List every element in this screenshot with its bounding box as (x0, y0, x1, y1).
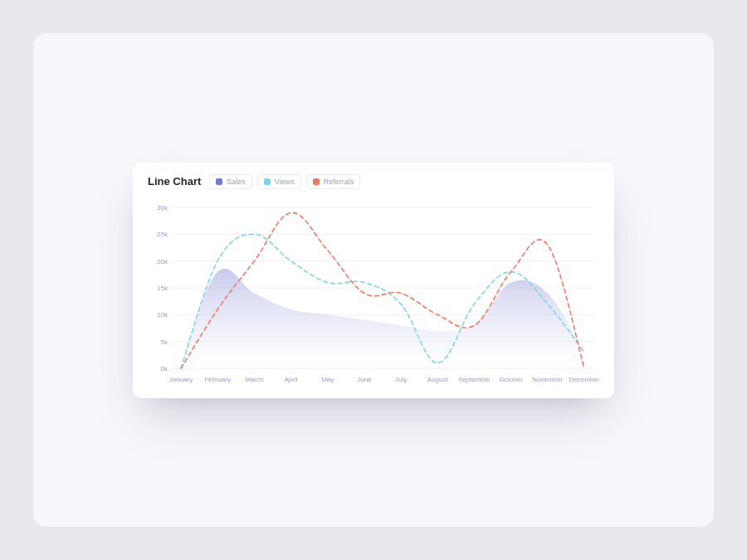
y-tick-label: 10k (157, 311, 168, 319)
series-sales-area (181, 268, 584, 368)
legend-label: Referrals (324, 178, 354, 186)
swatch-referrals-icon (313, 178, 320, 185)
y-tick-label: 30k (157, 204, 168, 212)
chart-title: Line Chart (148, 175, 201, 187)
x-tick-label: July (395, 376, 407, 383)
x-tick-label: December (569, 376, 600, 383)
y-tick-label: 0k (161, 365, 168, 373)
x-tick-label: April (285, 376, 298, 383)
y-tick-label: 15k (157, 285, 168, 292)
x-tick-label: August (427, 376, 449, 383)
card-header: Line Chart Sales Views Referrals (133, 174, 614, 192)
legend-item-views[interactable]: Views (257, 174, 301, 189)
y-tick-label: 20k (157, 257, 168, 265)
y-tick-label: 25k (157, 231, 168, 238)
x-tick-label: October (499, 376, 523, 383)
x-tick-label: January (169, 376, 193, 383)
chart-plot: 0k5k10k15k20k25k30k JanuaryFebruaryMarch… (133, 192, 614, 390)
swatch-sales-icon (216, 178, 222, 185)
legend-item-sales[interactable]: Sales (209, 174, 252, 189)
y-tick-label: 5k (161, 338, 168, 345)
legend-item-referrals[interactable]: Referrals (306, 174, 361, 189)
x-tick-label: November (532, 376, 563, 383)
legend-label: Sales (227, 178, 246, 186)
chart-card: Line Chart Sales Views Referrals (133, 163, 614, 398)
line-chart-svg: 0k5k10k15k20k25k30k JanuaryFebruaryMarch… (146, 196, 601, 387)
x-tick-label: May (321, 376, 334, 383)
page-background: Line Chart Sales Views Referrals (33, 33, 714, 527)
x-tick-label: June (357, 376, 372, 383)
x-tick-label: March (245, 376, 263, 383)
x-tick-label: September (458, 376, 491, 383)
legend-label: Views (275, 178, 295, 186)
swatch-views-icon (264, 178, 271, 185)
x-tick-label: February (204, 376, 231, 383)
chart-legend: Sales Views Referrals (209, 174, 360, 189)
